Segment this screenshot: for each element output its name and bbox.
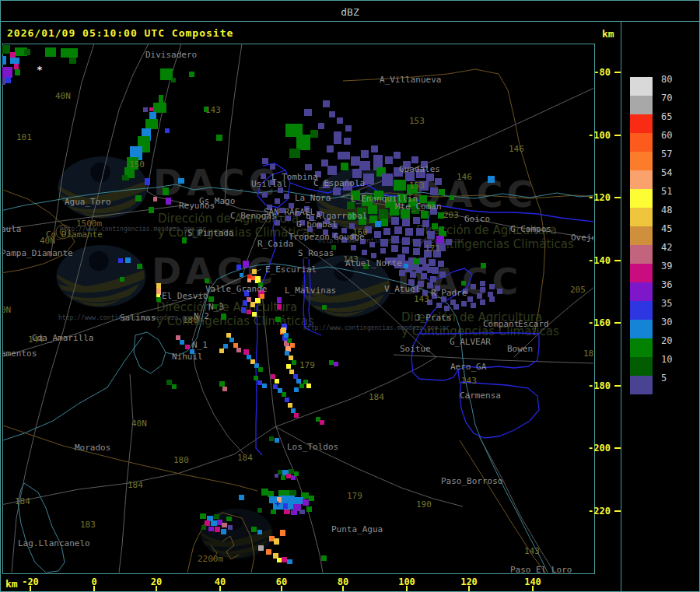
title-bar: dBZ (1, 1, 699, 21)
axis-unit-top: km (602, 28, 614, 40)
radar-echo-cell (361, 150, 369, 158)
radar-echo-cell (383, 228, 390, 235)
radar-echo-cell (290, 343, 295, 348)
radar-echo-cell (258, 545, 264, 551)
radar-echo-cell (432, 267, 439, 274)
radar-echo-cell (439, 189, 445, 195)
place-label: El_Desvio (162, 292, 208, 300)
radar-echo-cell (323, 100, 330, 107)
radar-echo-cell (258, 367, 263, 372)
radar-echo-cell (399, 270, 405, 276)
radar-echo-cell (322, 305, 327, 310)
radar-echo-cell (149, 107, 153, 111)
radar-echo-cell (467, 296, 473, 302)
radar-echo-cell (222, 387, 227, 391)
place-label: Pampa_Diamante (2, 249, 73, 257)
radar-echo-cell (351, 245, 356, 250)
radar-echo-cell (394, 152, 401, 159)
radar-echo-cell (10, 52, 16, 58)
radar-echo-cell (5, 77, 11, 83)
asterisk-marker: * (37, 65, 43, 75)
radar-echo-cell (436, 303, 442, 308)
radar-echo-cell (352, 169, 362, 178)
radar-echo-cell (380, 219, 388, 226)
radar-echo-cell (189, 72, 194, 77)
radar-echo-cell (345, 125, 352, 131)
bottom-axis-label: 0 (77, 576, 111, 587)
radar-echo-cell (274, 538, 279, 545)
radar-echo-cell (281, 475, 285, 480)
radar-echo-cell (275, 379, 279, 384)
radar-echo-cell (182, 237, 187, 243)
radar-echo-cell (375, 221, 381, 227)
place-label: Atuel_Norte (345, 259, 402, 268)
radar-echo-cell (344, 138, 351, 145)
radar-echo-cell (439, 271, 446, 278)
radar-echo-cell (329, 111, 335, 117)
radar-echo-cell (275, 438, 279, 443)
radar-echo-cell (128, 172, 133, 177)
legend-swatch (630, 114, 653, 133)
place-label: R_Padre (431, 289, 467, 297)
radar-echo-cell (294, 471, 299, 476)
radar-echo-cell (228, 525, 233, 530)
route-label: 143 (524, 547, 540, 555)
elevation-label: 1500m (76, 219, 102, 228)
radar-echo-cell (435, 178, 442, 185)
right-axis-label: -180 (584, 380, 611, 391)
radar-echo-cell (125, 257, 131, 263)
radar-echo-cell (309, 496, 314, 501)
route-label: 184 (15, 497, 30, 506)
radar-echo-cell (391, 236, 399, 243)
radar-echo-cell (299, 510, 305, 514)
radar-echo-cell (171, 78, 176, 82)
radar-echo-cell (410, 271, 416, 278)
radar-echo-cell (2, 78, 5, 85)
radar-echo-cell (288, 403, 292, 408)
bottom-axis-label: 40 (203, 576, 237, 587)
basemap-lines (2, 44, 593, 573)
legend-swatch (630, 264, 653, 282)
legend-swatch (630, 208, 653, 226)
radar-echo-cell (402, 219, 410, 226)
right-axis-tick (614, 322, 621, 324)
place-label: La_Nora (295, 194, 331, 202)
radar-echo-cell (305, 164, 312, 170)
route-label: 179 (299, 361, 315, 370)
radar-echo-cell (266, 549, 271, 555)
place-label: Nihuil (172, 352, 203, 361)
radar-echo-cell (394, 226, 402, 234)
radar-echo-cell (296, 135, 310, 150)
radar-echo-cell (379, 209, 388, 219)
radar-echo-cell (211, 520, 217, 526)
radar-echo-cell (118, 258, 123, 263)
radar-echo-cell (262, 192, 268, 198)
radar-echo-cell (241, 307, 246, 313)
radar-echo-cell (432, 223, 438, 229)
radar-echo-cell (385, 156, 393, 164)
radar-echo-cell (257, 508, 262, 513)
route-label: 153 (409, 181, 425, 190)
radar-echo-cell (480, 300, 485, 305)
radar-echo-cell (405, 228, 413, 236)
place-label: Guadales (399, 165, 440, 173)
radar-echo-cell (270, 164, 275, 170)
radar-echo-cell (321, 555, 327, 561)
radar-echo-cell (14, 64, 19, 69)
radar-echo-cell (229, 338, 234, 342)
radar-echo-cell (277, 297, 282, 303)
route-label: 190 (416, 500, 432, 509)
radar-echo-cell (320, 420, 324, 425)
right-axis-tick (614, 72, 621, 73)
radar-echo-cell (438, 261, 444, 267)
legend-swatch (630, 376, 653, 394)
legend-swatch (630, 320, 653, 338)
radar-echo-cell (275, 198, 280, 204)
radar-echo-cell (488, 176, 495, 183)
radar-echo-cell (2, 56, 6, 65)
radar-echo-cell (411, 156, 418, 163)
legend-value: 45 (661, 223, 684, 234)
place-label: S_Rosas (298, 249, 334, 257)
legend-value: 35 (661, 298, 684, 309)
route-label: 180 (173, 456, 189, 464)
